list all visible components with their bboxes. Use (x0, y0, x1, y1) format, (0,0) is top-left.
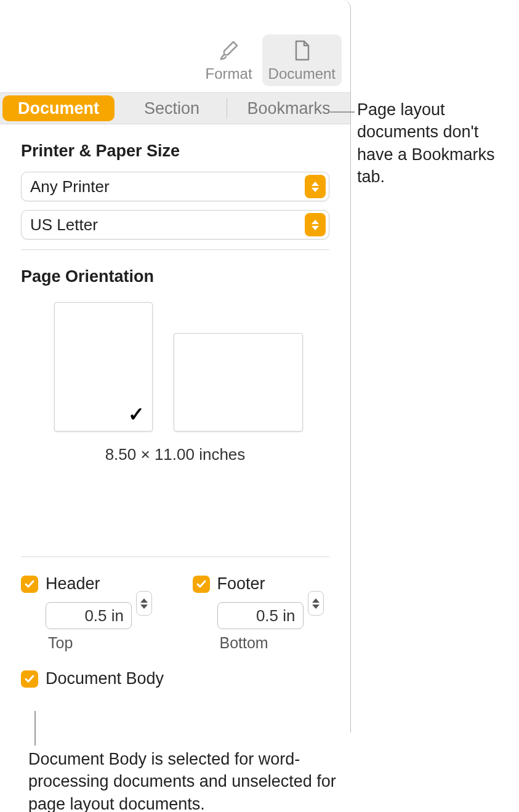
header-column: Header 0.5 in Top (21, 574, 158, 652)
annotation-bookmarks: Page layout documents don't have a Bookm… (357, 98, 511, 188)
header-footer-row: Header 0.5 in Top (21, 574, 329, 652)
format-label: Format (206, 65, 252, 82)
page-dimensions: 8.50 × 11.00 inches (21, 445, 329, 464)
orientation-title: Page Orientation (21, 267, 329, 286)
divider (21, 249, 329, 250)
callout-line (34, 711, 36, 746)
orientation-choices: ✓ (21, 302, 329, 432)
printer-popup[interactable]: Any Printer (21, 172, 329, 201)
document-body-row: Document Body (21, 669, 329, 688)
tab-document[interactable]: Document (2, 95, 115, 121)
format-toolbar-button[interactable]: Format (199, 34, 259, 86)
orientation-landscape[interactable] (174, 333, 303, 432)
footer-stepper[interactable] (307, 602, 324, 629)
footer-value-input[interactable]: 0.5 in (217, 602, 304, 629)
header-sublabel: Top (48, 634, 158, 652)
document-label: Document (268, 65, 336, 82)
popup-arrows-icon (305, 175, 326, 198)
content-area: Printer & Paper Size Any Printer US Lett… (0, 124, 350, 701)
divider (21, 557, 329, 557)
paintbrush-icon (217, 38, 241, 63)
document-inspector-panel: Format Document Document Section Bookmar… (0, 0, 351, 733)
footer-column: Footer 0.5 in Bottom (193, 574, 330, 652)
paper-size-popup[interactable]: US Letter (21, 210, 329, 239)
document-body-label: Document Body (46, 669, 164, 688)
tab-section[interactable]: Section (117, 93, 227, 124)
checkmark-icon: ✓ (128, 403, 145, 426)
printer-value: Any Printer (30, 177, 110, 196)
header-value-input[interactable]: 0.5 in (46, 602, 132, 629)
callout-line (330, 111, 355, 113)
document-body-checkbox[interactable] (21, 670, 38, 688)
footer-checkbox[interactable] (193, 576, 210, 593)
annotation-document-body: Document Body is selected for word-proce… (28, 748, 373, 812)
footer-sublabel: Bottom (220, 634, 330, 652)
header-stepper[interactable] (135, 602, 153, 629)
orientation-portrait[interactable]: ✓ (54, 302, 153, 432)
footer-label: Footer (217, 574, 265, 593)
header-checkbox[interactable] (21, 576, 38, 593)
inspector-tabs: Document Section Bookmarks (0, 92, 350, 124)
popup-arrows-icon (305, 213, 326, 236)
tab-bookmarks[interactable]: Bookmarks (227, 93, 350, 124)
toolbar: Format Document (0, 0, 350, 92)
paper-value: US Letter (30, 215, 98, 235)
header-label: Header (46, 574, 100, 593)
document-icon (289, 38, 314, 63)
document-toolbar-button[interactable]: Document (262, 34, 342, 86)
printer-paper-title: Printer & Paper Size (21, 142, 329, 161)
